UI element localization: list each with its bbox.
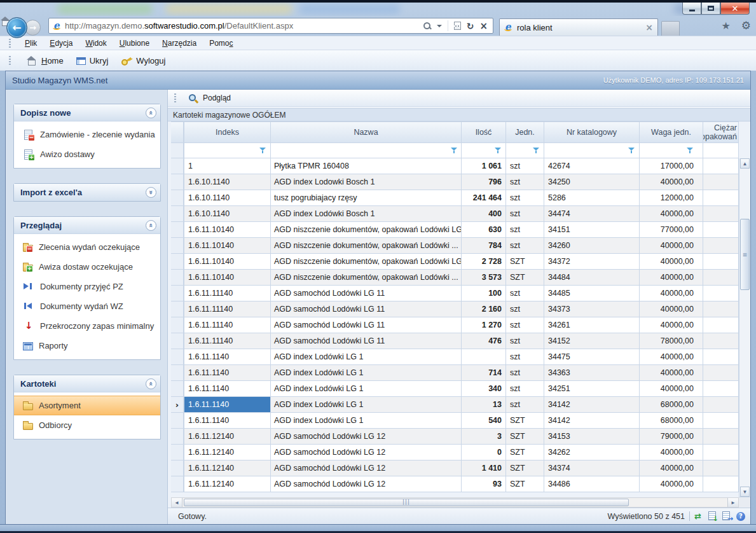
- new-tab-button[interactable]: [661, 21, 680, 36]
- favorites-star-icon[interactable]: [721, 20, 730, 32]
- menu-item[interactable]: Widok: [79, 38, 113, 49]
- cell-ilosc[interactable]: 0: [462, 445, 506, 460]
- scroll-down-button[interactable]: ▼: [740, 487, 750, 497]
- cell-jedn[interactable]: SZT: [506, 254, 544, 270]
- browser-tab[interactable]: rola klient: [499, 18, 658, 36]
- filter-funnel-icon[interactable]: [533, 147, 540, 154]
- sidebar-item[interactable]: Dokumenty przyjęć PZ: [14, 277, 160, 296]
- cell-ilosc[interactable]: 784: [462, 238, 506, 254]
- filter-cell-ilosc[interactable]: [462, 143, 506, 158]
- cell-nazwa[interactable]: AGD niszczenie dokumentów, opakowań Lodó…: [271, 254, 462, 270]
- table-row[interactable]: 1.6.11.11140 AGD samochód Lodówki LG 11 …: [171, 333, 739, 349]
- sidebar-item[interactable]: Przekroczony zapas minimalny: [14, 316, 160, 336]
- cell-ilosc[interactable]: 714: [462, 365, 506, 381]
- cell-ciezar[interactable]: [703, 460, 739, 476]
- expand-button[interactable]: [146, 187, 156, 198]
- cell-jedn[interactable]: szt: [506, 349, 544, 365]
- cell-waga[interactable]: 40000,00: [640, 460, 703, 476]
- cell-nr-katalogowy[interactable]: 34485: [544, 286, 640, 301]
- cell-ilosc[interactable]: 630: [462, 222, 506, 238]
- cell-jedn[interactable]: szt: [506, 206, 544, 222]
- back-button[interactable]: [6, 17, 27, 38]
- cell-waga[interactable]: 79000,00: [640, 429, 703, 445]
- cell-nazwa[interactable]: AGD index Lodówki LG 1: [271, 381, 462, 397]
- column-header-ciezar[interactable]: Ciężar opakowań: [703, 121, 739, 143]
- cell-ciezar[interactable]: [703, 286, 739, 301]
- cell-waga[interactable]: 68000,00: [640, 397, 703, 413]
- cell-jedn[interactable]: szt: [506, 238, 544, 254]
- cell-indeks[interactable]: 1.6.10.1140: [184, 174, 271, 190]
- table-row[interactable]: 1.6.11.12140 AGD samochód Lodówki LG 12 …: [171, 460, 739, 476]
- cell-ciezar[interactable]: [703, 381, 739, 397]
- filter-cell-waga[interactable]: [640, 143, 703, 158]
- cell-jedn[interactable]: SZT: [506, 460, 544, 476]
- cell-indeks[interactable]: 1.6.11.1140: [184, 349, 271, 365]
- minimize-button[interactable]: [682, 3, 701, 15]
- cell-ilosc[interactable]: 796: [462, 174, 506, 190]
- cell-waga[interactable]: 77000,00: [640, 222, 703, 238]
- table-row[interactable]: 1.6.11.12140 AGD samochód Lodówki LG 12 …: [171, 476, 739, 492]
- refresh-icon[interactable]: [467, 20, 474, 32]
- menu-item[interactable]: Pomoc: [203, 38, 239, 49]
- cell-nr-katalogowy[interactable]: 34262: [544, 445, 640, 460]
- filter-funnel-icon[interactable]: [628, 147, 635, 154]
- preview-button[interactable]: Podgląd: [203, 93, 231, 102]
- cell-ilosc[interactable]: 400: [462, 206, 506, 222]
- cell-nazwa[interactable]: Płytka TPMR 160408: [271, 158, 462, 174]
- filter-funnel-icon[interactable]: [687, 147, 694, 154]
- cell-ciezar[interactable]: [703, 397, 739, 413]
- cell-nr-katalogowy[interactable]: 34373: [544, 301, 640, 317]
- cell-ciezar[interactable]: [703, 445, 739, 460]
- cell-nr-katalogowy[interactable]: 34142: [544, 413, 640, 429]
- cell-nr-katalogowy[interactable]: 34250: [544, 174, 640, 190]
- table-row[interactable]: 1.6.10.1140 AGD index Lodowki Bosch 1 79…: [171, 174, 739, 190]
- cell-indeks[interactable]: 1.6.11.1140: [184, 381, 271, 397]
- cell-ilosc[interactable]: 340: [462, 381, 506, 397]
- command-button[interactable]: Wyloguj: [116, 53, 170, 67]
- sidebar-item[interactable]: Awiza dostaw oczekujące: [14, 257, 160, 277]
- panel-header[interactable]: Dopisz nowe: [14, 104, 160, 121]
- cell-nazwa[interactable]: AGD samochód Lodówki LG 12: [271, 429, 462, 445]
- filter-cell-nr-katalogowy[interactable]: [544, 143, 640, 158]
- sidebar-item[interactable]: Asortyment: [14, 396, 160, 415]
- table-row[interactable]: 1.6.11.1140 AGD index Lodówki LG 1 540 S…: [171, 413, 739, 429]
- cell-indeks[interactable]: 1.6.11.10140: [184, 270, 271, 286]
- cell-jedn[interactable]: szt: [506, 286, 544, 301]
- cell-nazwa[interactable]: AGD index Lodowki Bosch 1: [271, 174, 462, 190]
- export-blue-icon[interactable]: [722, 511, 732, 521]
- cell-nazwa[interactable]: AGD samochód Lodówki LG 12: [271, 476, 462, 492]
- menu-item[interactable]: Plik: [18, 38, 43, 49]
- menu-item[interactable]: Narzędzia: [156, 38, 203, 49]
- cell-jedn[interactable]: SZT: [506, 476, 544, 492]
- cell-jedn[interactable]: szt: [506, 381, 544, 397]
- cell-nr-katalogowy[interactable]: 34152: [544, 333, 640, 349]
- column-header-nazwa[interactable]: Nazwa: [271, 121, 462, 143]
- cell-waga[interactable]: 40000,00: [640, 270, 703, 286]
- panel-header[interactable]: Przeglądaj: [14, 217, 160, 234]
- table-row[interactable]: 1.6.11.10140 AGD niszczenie dokumentów, …: [171, 270, 739, 286]
- cell-waga[interactable]: 40000,00: [640, 365, 703, 381]
- cell-nazwa[interactable]: AGD samochód Lodówki LG 12: [271, 445, 462, 460]
- cell-indeks[interactable]: 1.6.11.1140: [184, 365, 271, 381]
- cell-nazwa[interactable]: AGD niszczenie dokumentów, opakowań Lodó…: [271, 222, 462, 238]
- help-icon[interactable]: [736, 512, 745, 521]
- cell-indeks[interactable]: 1.6.11.1140: [184, 397, 271, 413]
- menu-item[interactable]: Edycja: [43, 38, 79, 49]
- cell-nr-katalogowy[interactable]: 34151: [544, 222, 640, 238]
- cell-indeks[interactable]: 1.6.11.12140: [184, 445, 271, 460]
- cell-ilosc[interactable]: 93: [462, 476, 506, 492]
- stop-icon[interactable]: [479, 20, 488, 32]
- cell-waga[interactable]: 40000,00: [640, 349, 703, 365]
- collapse-button[interactable]: [146, 378, 156, 389]
- vertical-scrollbar[interactable]: ▲ ≡ ▼: [739, 158, 750, 497]
- table-row[interactable]: 1.6.11.11140 AGD samochód Lodówki LG 11 …: [171, 286, 739, 301]
- filter-cell-nazwa[interactable]: [271, 143, 462, 158]
- title-bar[interactable]: ✕: [0, 3, 756, 16]
- scroll-up-button[interactable]: ▲: [740, 158, 750, 169]
- cell-indeks[interactable]: 1.6.11.10140: [184, 222, 271, 238]
- cell-ilosc[interactable]: 100: [462, 286, 506, 301]
- cell-waga[interactable]: 68000,00: [640, 413, 703, 429]
- table-row[interactable]: 1.6.11.10140 AGD niszczenie dokumentów, …: [171, 238, 739, 254]
- cell-nazwa[interactable]: AGD index Lodówki LG 1: [271, 413, 462, 429]
- cell-nr-katalogowy[interactable]: 34251: [544, 381, 640, 397]
